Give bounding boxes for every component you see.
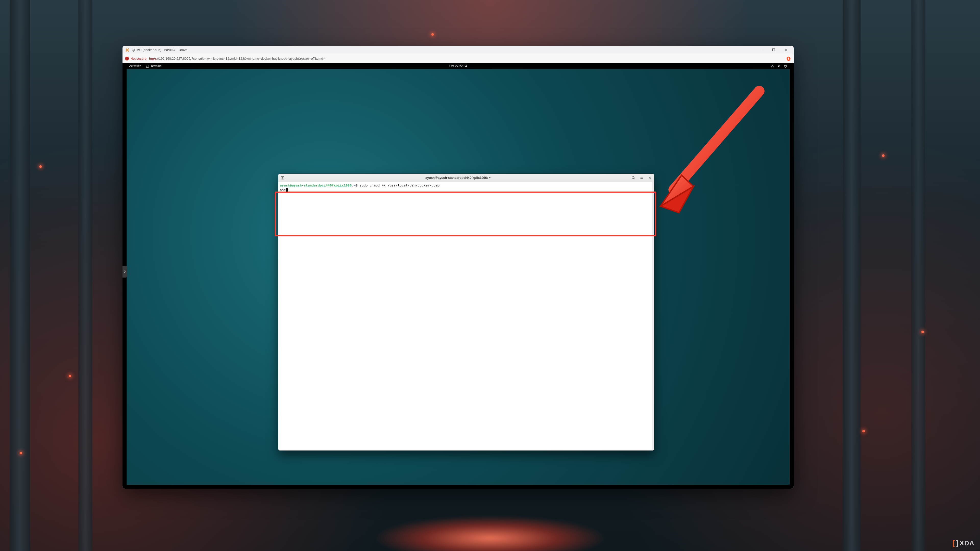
- terminal-menu-button[interactable]: [638, 175, 645, 181]
- watermark-text: XDA: [959, 539, 974, 547]
- terminal-prompt-sep: :: [352, 183, 354, 187]
- browser-addressbar: ! Not secure https://192.168.29.227:8006…: [123, 54, 794, 63]
- svg-rect-3: [771, 67, 772, 67]
- terminal-title: ayush@ayush-standardpci440fxpiix1996: ~: [287, 176, 628, 179]
- terminal-cursor: [286, 188, 288, 192]
- novnc-app-icon: [125, 48, 130, 52]
- gnome-active-app[interactable]: Terminal: [146, 64, 162, 68]
- svg-rect-2: [772, 65, 773, 65]
- gnome-activities-button[interactable]: Activities: [129, 64, 141, 68]
- url-scheme: https: [149, 57, 156, 60]
- svg-point-7: [632, 176, 634, 179]
- gnome-clock[interactable]: Oct 27 22:34: [449, 64, 467, 68]
- terminal-command-line2: ose: [280, 188, 286, 192]
- gnome-topbar: Activities Terminal Oct 27 22:34: [127, 63, 790, 69]
- terminal-content[interactable]: ayush@ayush-standardpci440fxpiix1996:~$ …: [279, 183, 652, 450]
- window-minimize-button[interactable]: [757, 47, 765, 53]
- terminal-prompt-suffix: $: [356, 183, 360, 187]
- svg-rect-1: [146, 65, 149, 67]
- terminal-command-line1: sudo chmod +x /usr/local/bin/docker-comp: [360, 183, 439, 187]
- brave-logo-icon[interactable]: [786, 56, 791, 61]
- terminal-prompt-path: ~: [354, 183, 356, 187]
- gnome-terminal-window: ayush@ayush-standardpci440fxpiix1996: ~: [278, 174, 654, 451]
- browser-title: QEMU (docker-hub) - noVNC – Brave: [132, 48, 755, 52]
- browser-window: QEMU (docker-hub) - noVNC – Brave ! Not …: [123, 46, 794, 489]
- not-secure-icon: !: [125, 57, 129, 60]
- window-close-button[interactable]: [783, 47, 790, 53]
- window-maximize-button[interactable]: [770, 47, 777, 53]
- terminal-search-button[interactable]: [630, 175, 637, 181]
- terminal-new-tab-button[interactable]: [279, 175, 286, 181]
- novnc-panel-handle[interactable]: [123, 266, 127, 278]
- url-text[interactable]: https://192.168.29.227:8006/?console=kvm…: [149, 57, 784, 60]
- terminal-close-button[interactable]: [646, 175, 653, 181]
- terminal-body[interactable]: ayush@ayush-standardpci440fxpiix1996:~$ …: [278, 182, 654, 451]
- xda-watermark: [] XDA: [953, 539, 974, 548]
- url-rest: ://192.168.29.227:8006/?console=kvm&novn…: [156, 57, 325, 60]
- svg-rect-4: [773, 67, 774, 67]
- watermark-bracket-close: ]: [956, 539, 958, 548]
- security-badge[interactable]: ! Not secure: [125, 57, 146, 60]
- security-label: Not secure: [130, 57, 146, 60]
- network-icon[interactable]: [771, 65, 774, 68]
- vnc-viewport[interactable]: Activities Terminal Oct 27 22:34: [123, 63, 794, 489]
- browser-titlebar: QEMU (docker-hub) - noVNC – Brave: [123, 46, 794, 54]
- terminal-headerbar: ayush@ayush-standardpci440fxpiix1996: ~: [278, 174, 654, 182]
- svg-rect-0: [773, 49, 775, 51]
- gnome-app-label: Terminal: [151, 64, 162, 68]
- terminal-indicator-icon: [146, 65, 149, 68]
- power-icon[interactable]: [784, 65, 787, 68]
- terminal-prompt-user: ayush@ayush-standardpci440fxpiix1996: [280, 183, 352, 187]
- terminal-scrollbar[interactable]: [652, 182, 654, 451]
- watermark-bracket-open: [: [953, 539, 955, 548]
- volume-icon[interactable]: [777, 65, 781, 68]
